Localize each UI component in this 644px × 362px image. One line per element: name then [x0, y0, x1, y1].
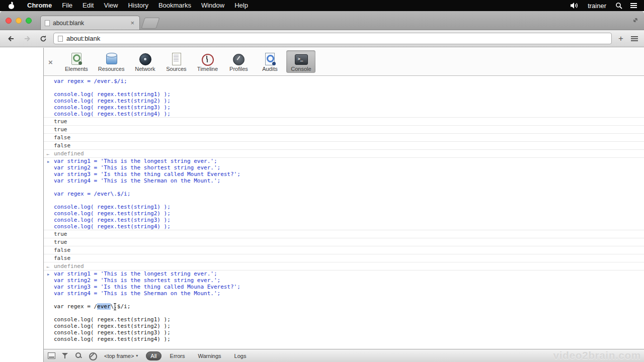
devtools-close-icon[interactable]: × — [48, 58, 53, 66]
console-line: var string4 = 'This is the Sherman on th… — [44, 290, 644, 297]
menubar-item-edit[interactable]: Edit — [77, 0, 99, 11]
devtools-statusbar: <top frame> ▾ AllErrorsWarningsLogs — [44, 349, 644, 362]
console-line: console.log( regex.test(string1) ); — [44, 204, 644, 210]
menubar-item-bookmarks[interactable]: Bookmarks — [153, 0, 196, 11]
console-line: console.log( regex.test(string4) ); — [44, 223, 644, 230]
forward-button[interactable] — [21, 33, 33, 44]
page-favicon — [45, 20, 50, 26]
devtools-toolbar: × ElementsResourcesNetworkSourcesTimelin… — [44, 48, 644, 76]
console-input-line[interactable]: console.log( regex.test(string3) ); — [44, 329, 644, 336]
close-window-button[interactable] — [6, 18, 12, 24]
console-line: true — [44, 126, 644, 134]
sources-icon — [169, 52, 184, 65]
network-icon — [137, 52, 152, 65]
url-field[interactable]: about:blank — [53, 33, 612, 44]
add-button[interactable]: + — [616, 34, 626, 44]
minimize-window-button[interactable] — [16, 18, 22, 24]
search-icon[interactable] — [75, 352, 83, 359]
console-line: console.log( regex.test(string4) ); — [44, 111, 644, 118]
console-input-line[interactable]: console.log( regex.test(string4) ); — [44, 336, 644, 342]
devtools-tab-resources[interactable]: Resources — [94, 50, 129, 73]
devtools-tab-audits[interactable]: Audits — [255, 50, 284, 73]
console-input-line[interactable]: console.log( regex.test(string2) ); — [44, 323, 644, 329]
devtools-tab-label: Profiles — [229, 66, 248, 72]
console-line — [44, 84, 644, 91]
devtools-tab-label: Console — [291, 66, 311, 72]
console-line: ▶var string1 = 'This is the longest stri… — [44, 158, 644, 164]
console-line: true — [44, 238, 644, 246]
console-line: ▶var string1 = 'This is the longest stri… — [44, 270, 644, 277]
console-line: true — [44, 230, 644, 238]
tab-title: about:blank — [53, 20, 126, 27]
zoom-window-button[interactable] — [26, 18, 32, 24]
console-line — [44, 310, 644, 316]
filter-logs[interactable]: Logs — [230, 351, 251, 360]
chrome-menu-icon[interactable] — [630, 35, 639, 42]
reload-button[interactable] — [37, 33, 49, 44]
devtools-tab-network[interactable]: Network — [130, 50, 159, 73]
devtools-tab-profiles[interactable]: Profiles — [224, 50, 253, 73]
devtools-tab-elements[interactable]: Elements — [61, 50, 92, 73]
menu-bar: ChromeFileEditViewHistoryBookmarksWindow… — [0, 0, 644, 11]
volume-icon[interactable] — [570, 2, 579, 9]
devtools-tab-sources[interactable]: Sources — [162, 50, 191, 73]
devtools-tab-label: Timeline — [197, 66, 218, 72]
notification-center-icon[interactable] — [630, 3, 637, 8]
spotlight-search-icon[interactable] — [615, 2, 622, 9]
menu-items: ChromeFileEditViewHistoryBookmarksWindow… — [22, 0, 253, 11]
devtools-tab-label: Sources — [166, 66, 186, 72]
filter-errors[interactable]: Errors — [166, 351, 190, 360]
console-line: console.log( regex.test(string3) ); — [44, 217, 644, 223]
console-line: var string3 = 'Is this the thing called … — [44, 284, 644, 290]
console-line: console.log( regex.test(string3) ); — [44, 104, 644, 111]
console-line: ←undefined — [44, 150, 644, 158]
console-line: var string3 = 'Is this the thing called … — [44, 171, 644, 177]
fullscreen-icon[interactable] — [632, 17, 639, 24]
result-return-arrow-icon: ← — [46, 150, 49, 158]
url-text: about:blank — [66, 35, 100, 42]
filter-all[interactable]: All — [146, 351, 161, 360]
menubar-item-view[interactable]: View — [99, 0, 123, 11]
frame-selector-dropdown[interactable]: <top frame> ▾ — [102, 353, 140, 359]
audits-icon — [262, 52, 277, 65]
console-line: false — [44, 134, 644, 142]
console-line — [44, 197, 644, 204]
result-return-arrow-icon: ← — [46, 263, 49, 270]
menubar-item-chrome[interactable]: Chrome — [22, 0, 57, 11]
apple-menu-icon[interactable] — [8, 2, 15, 10]
menubar-item-help[interactable]: Help — [229, 0, 253, 11]
elements-icon — [69, 52, 84, 65]
devtools-tab-label: Elements — [65, 66, 88, 72]
devtools-tab-label: Network — [135, 66, 155, 72]
logged-in-user[interactable]: trainer — [587, 2, 607, 10]
page-content: × ElementsResourcesNetworkSourcesTimelin… — [0, 48, 644, 362]
timeline-icon — [200, 52, 215, 65]
devtools-tab-console[interactable]: Console — [286, 50, 315, 73]
console-line: var regex = /ever\.$/i; — [44, 191, 644, 197]
console-line — [44, 184, 644, 191]
devtools-tab-timeline[interactable]: Timeline — [193, 50, 222, 73]
console-line: var string2 = 'This is the shortest stri… — [44, 164, 644, 171]
devtools-tab-label: Audits — [262, 66, 278, 72]
clear-console-icon[interactable] — [89, 352, 96, 359]
address-bar: about:blank + — [0, 30, 644, 47]
toggle-console-icon[interactable] — [48, 352, 55, 359]
filter-warnings[interactable]: Warnings — [194, 351, 226, 360]
console-input-line[interactable]: var regex = /ever\.$/i; — [44, 303, 644, 310]
close-tab-icon[interactable]: × — [129, 20, 135, 26]
console-line: var string4 = 'This is the Sherman on th… — [44, 177, 644, 184]
devtools-tab-label: Resources — [98, 66, 125, 72]
text-cursor-pointer — [113, 303, 117, 311]
menubar-item-history[interactable]: History — [123, 0, 153, 11]
page-icon — [58, 36, 63, 42]
console-line: console.log( regex.test(string2) ); — [44, 98, 644, 104]
filter-icon[interactable] — [61, 352, 69, 359]
menubar-item-file[interactable]: File — [57, 0, 77, 11]
menubar-item-window[interactable]: Window — [196, 0, 229, 11]
console-input-line[interactable]: console.log( regex.test(string1) ); — [44, 316, 644, 323]
tab-about-blank[interactable]: about:blank × — [40, 16, 140, 30]
back-button[interactable] — [5, 33, 17, 44]
new-tab-button[interactable] — [141, 18, 159, 29]
devtools-tabs: ElementsResourcesNetworkSourcesTimelineP… — [61, 50, 315, 73]
tab-bar: about:blank × — [0, 11, 644, 30]
